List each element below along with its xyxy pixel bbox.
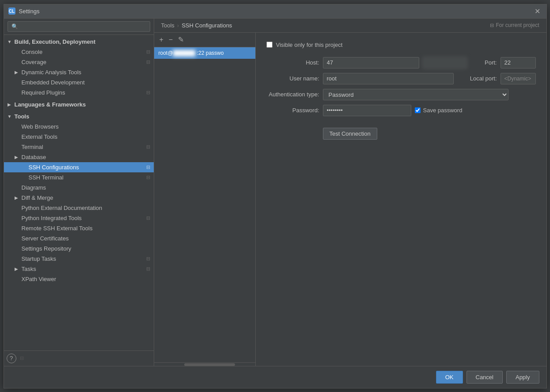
sidebar-item-label: Remote SSH External Tools <box>22 225 93 232</box>
dialog-footer: OK Cancel Apply <box>4 366 546 388</box>
sidebar-item-label: Python External Documentation <box>22 205 102 211</box>
breadcrumb-parent: Tools <box>161 22 174 29</box>
sidebar-item-external-tools[interactable]: External Tools <box>4 132 154 142</box>
sidebar-item-ssh-configurations[interactable]: SSH Configurations ⊟ <box>4 162 154 172</box>
sidebar-item-console[interactable]: Console ⊟ <box>4 47 154 57</box>
host-port-row: Host: Port: <box>266 57 536 69</box>
sidebar-item-label: Web Browsers <box>22 123 59 130</box>
edit-ssh-button[interactable]: ✎ <box>176 35 186 44</box>
auth-type-row: Authentication type: Password Key pair O… <box>266 89 536 100</box>
breadcrumb-current: SSH Configurations <box>182 22 232 29</box>
save-password-row: Save password <box>415 107 463 114</box>
sidebar-item-label: Embedded Development <box>22 79 85 86</box>
sync-icon: ⊟ <box>146 256 150 262</box>
sidebar-item-label: Build, Execution, Deployment <box>15 38 95 45</box>
help-button[interactable]: ? <box>7 354 16 363</box>
dialog-body: ▼ Build, Execution, Deployment Console ⊟… <box>4 19 546 366</box>
local-port-label: Local port: <box>457 75 497 82</box>
sidebar-item-label: SSH Configurations <box>29 164 79 171</box>
sidebar-item-diagrams[interactable]: Diagrams <box>4 183 154 193</box>
chevron-right-icon: ▶ <box>15 195 20 200</box>
port-input[interactable] <box>501 57 536 69</box>
sync-icon: ⊟ <box>146 164 150 170</box>
remove-ssh-button[interactable]: − <box>167 35 174 44</box>
auth-type-select[interactable]: Password Key pair OpenSSH config and aut… <box>323 89 508 100</box>
sync-icon: ⊟ <box>146 144 150 150</box>
sidebar-item-server-certs[interactable]: Server Certificates <box>4 233 154 244</box>
sidebar-item-label: Diff & Merge <box>22 194 53 201</box>
ssh-toolbar: + − ✎ <box>154 33 255 47</box>
sidebar-item-languages[interactable]: ▶ Languages & Frameworks <box>4 99 154 110</box>
cancel-button[interactable]: Cancel <box>467 371 503 384</box>
ssh-list-item[interactable]: root@██████ :22 passwo <box>154 47 255 59</box>
sidebar-item-label: Startup Tasks <box>22 255 57 262</box>
settings-dialog: CL Settings ✕ ▼ Build, Execution, Deploy… <box>4 4 547 388</box>
ok-button[interactable]: OK <box>436 371 463 384</box>
breadcrumb: Tools › SSH Configurations <box>161 22 232 29</box>
ssh-list-scrollbar <box>154 362 255 366</box>
sidebar-item-settings-repo[interactable]: Settings Repository <box>4 244 154 254</box>
sidebar-item-database[interactable]: ▶ Database <box>4 152 154 162</box>
visible-only-checkbox[interactable] <box>266 42 273 48</box>
username-input[interactable] <box>323 73 454 84</box>
sidebar-item-label: Python Integrated Tools <box>22 215 82 221</box>
sidebar-item-remote-ssh-ext[interactable]: Remote SSH External Tools <box>4 223 154 233</box>
sidebar-item-build-execution[interactable]: ▼ Build, Execution, Deployment <box>4 37 154 47</box>
sidebar-item-coverage[interactable]: Coverage ⊟ <box>4 57 154 67</box>
chevron-right-icon: ▶ <box>15 155 20 160</box>
sync-icon: ⊟ <box>146 59 150 65</box>
host-input[interactable] <box>323 57 419 69</box>
search-input[interactable] <box>8 21 150 32</box>
ssh-list-panel: + − ✎ root@██████ :22 passwo <box>154 33 256 366</box>
sidebar-item-tasks[interactable]: ▶ Tasks ⊟ <box>4 264 154 274</box>
sidebar-item-label: Server Certificates <box>22 235 69 242</box>
sidebar-item-startup-tasks[interactable]: Startup Tasks ⊟ <box>4 254 154 264</box>
save-password-checkbox[interactable] <box>415 107 421 113</box>
sidebar-item-label: XPath Viewer <box>22 276 57 282</box>
sidebar-item-diff-merge[interactable]: ▶ Diff & Merge <box>4 193 154 203</box>
sidebar-item-xpath-viewer[interactable]: XPath Viewer <box>4 274 154 284</box>
chevron-right-icon: ▶ <box>8 102 13 107</box>
sidebar-item-python-int-tools[interactable]: Python Integrated Tools ⊟ <box>4 213 154 223</box>
breadcrumb-separator: › <box>177 22 179 29</box>
password-row: Password: Save password <box>266 105 536 116</box>
add-ssh-button[interactable]: + <box>158 35 165 44</box>
sidebar-item-label: SSH Terminal <box>29 174 64 181</box>
chevron-down-icon: ▼ <box>8 39 13 44</box>
test-connection-container: Test Connection <box>323 121 536 140</box>
ssh-item-label: root@██████ :22 passwo <box>159 50 224 56</box>
visible-only-row: Visible only for this project <box>266 42 536 48</box>
sidebar-item-label: Terminal <box>22 144 43 150</box>
sync-icon: ⊟ <box>146 266 150 272</box>
close-button[interactable]: ✕ <box>533 7 542 15</box>
sidebar-item-tools[interactable]: ▼ Tools <box>4 111 154 122</box>
sidebar-item-dynamic-analysis[interactable]: ▶ Dynamic Analysis Tools <box>4 67 154 77</box>
search-box <box>4 19 154 35</box>
username-localport-row: User name: Local port: <Dynamic> <box>266 73 536 84</box>
sidebar-item-web-browsers[interactable]: Web Browsers <box>4 122 154 132</box>
password-input[interactable] <box>323 105 411 116</box>
sync-icon: ⊟ <box>146 215 150 221</box>
sidebar-item-python-ext-doc[interactable]: Python External Documentation <box>4 203 154 213</box>
sidebar-item-embedded-dev[interactable]: Embedded Development <box>4 77 154 88</box>
ssh-list: root@██████ :22 passwo <box>154 47 255 362</box>
sidebar-item-terminal[interactable]: Terminal ⊟ <box>4 142 154 152</box>
sidebar-item-label: Dynamic Analysis Tools <box>22 69 82 76</box>
sidebar-item-label: Settings Repository <box>22 245 72 252</box>
test-connection-button[interactable]: Test Connection <box>323 128 377 140</box>
chevron-right-icon: ▶ <box>15 70 20 75</box>
host-label: Host: <box>266 59 319 66</box>
sidebar-item-label: Coverage <box>22 59 46 65</box>
sync-icon: ⊟ <box>146 49 150 55</box>
project-icon: ⊟ <box>490 23 494 28</box>
port-label: Port: <box>470 59 497 66</box>
content-panel: Tools › SSH Configurations ⊟ For current… <box>154 19 546 366</box>
apply-button[interactable]: Apply <box>506 371 539 384</box>
sidebar-item-required-plugins[interactable]: Required Plugins ⊟ <box>4 88 154 98</box>
sidebar-item-ssh-terminal[interactable]: SSH Terminal ⊟ <box>4 172 154 183</box>
sidebar: ▼ Build, Execution, Deployment Console ⊟… <box>4 19 154 366</box>
content-body: + − ✎ root@██████ :22 passwo <box>154 33 546 366</box>
username-label: User name: <box>266 75 319 82</box>
sidebar-item-label: Tasks <box>22 266 36 272</box>
for-project-label: ⊟ For current project <box>490 22 539 28</box>
